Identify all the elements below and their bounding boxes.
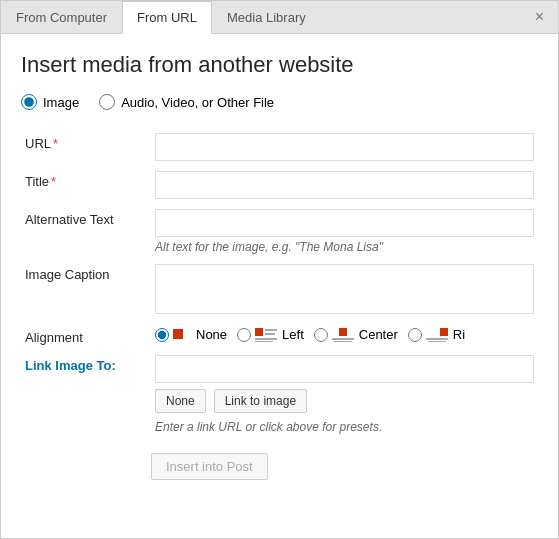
tab-from-url[interactable]: From URL [122,1,212,34]
align-left-icon [255,328,277,342]
align-right-radio[interactable] [408,328,422,342]
link-url-input[interactable] [155,355,534,383]
align-center-label: Center [359,327,398,342]
svg-rect-8 [334,341,352,342]
insert-into-post-button[interactable]: Insert into Post [151,453,268,480]
svg-rect-6 [339,328,347,336]
align-left-label: Left [282,327,304,342]
align-right-icon [426,328,448,342]
form-table: URL* Title* Alternative Text [21,128,538,439]
tab-bar: From Computer From URL Media Library × [1,1,558,34]
dialog-content: Insert media from another website Image … [1,34,558,496]
svg-rect-5 [255,341,273,342]
link-hint: Enter a link URL or click above for pres… [155,417,534,434]
align-none-label: None [196,327,227,342]
link-input-cell: None Link to image Enter a link URL or c… [151,350,538,439]
alt-text-hint: Alt text for the image, e.g. "The Mona L… [155,237,534,254]
align-center-radio[interactable] [314,328,328,342]
title-label: Title* [21,166,151,204]
title-input-cell [151,166,538,204]
align-left-option[interactable]: Left [237,327,304,342]
type-image-label: Image [43,95,79,110]
alignment-row: Alignment None [21,322,538,350]
svg-rect-11 [428,341,446,342]
title-required-star: * [51,174,56,189]
media-dialog: From Computer From URL Media Library × I… [0,0,559,539]
svg-rect-7 [332,338,354,340]
align-none-option[interactable]: None [155,327,227,342]
tab-from-computer[interactable]: From Computer [1,1,122,34]
svg-rect-3 [265,333,275,335]
tab-media-library[interactable]: Media Library [212,1,321,34]
alt-text-row: Alternative Text Alt text for the image,… [21,204,538,259]
link-row: Link Image To: None Link to image Enter … [21,350,538,439]
type-other-label: Audio, Video, or Other File [121,95,274,110]
type-image-radio[interactable] [21,94,37,110]
image-caption-input-cell [151,259,538,322]
url-required-star: * [53,136,58,151]
svg-rect-10 [426,338,448,340]
alignment-options: None Left [155,327,534,342]
url-label: URL* [21,128,151,166]
type-other-option[interactable]: Audio, Video, or Other File [99,94,274,110]
align-right-option[interactable]: Ri [408,327,465,342]
align-left-radio[interactable] [237,328,251,342]
url-row: URL* [21,128,538,166]
link-buttons: None Link to image [155,389,534,413]
align-center-option[interactable]: Center [314,327,398,342]
type-other-radio[interactable] [99,94,115,110]
link-label: Link Image To: [21,350,151,439]
svg-rect-0 [173,329,183,339]
alignment-options-cell: None Left [151,322,538,350]
svg-rect-9 [440,328,448,336]
svg-rect-4 [255,338,277,340]
alt-text-input[interactable] [155,209,534,237]
link-to-image-button[interactable]: Link to image [214,389,307,413]
url-input[interactable] [155,133,534,161]
image-caption-label: Image Caption [21,259,151,322]
align-none-radio[interactable] [155,328,169,342]
image-caption-row: Image Caption [21,259,538,322]
svg-rect-2 [265,329,277,331]
alt-text-input-cell: Alt text for the image, e.g. "The Mona L… [151,204,538,259]
title-input[interactable] [155,171,534,199]
align-right-label: Ri [453,327,465,342]
type-selector: Image Audio, Video, or Other File [21,94,538,110]
align-none-icon [173,328,191,342]
svg-rect-1 [255,328,263,336]
insert-row: Insert into Post [151,447,538,480]
type-image-option[interactable]: Image [21,94,79,110]
alignment-label: Alignment [21,322,151,350]
align-center-icon [332,328,354,342]
title-row: Title* [21,166,538,204]
none-link-button[interactable]: None [155,389,206,413]
image-caption-textarea[interactable] [155,264,534,314]
dialog-title: Insert media from another website [21,52,538,78]
close-button[interactable]: × [521,1,558,33]
url-input-cell [151,128,538,166]
alt-text-label: Alternative Text [21,204,151,259]
